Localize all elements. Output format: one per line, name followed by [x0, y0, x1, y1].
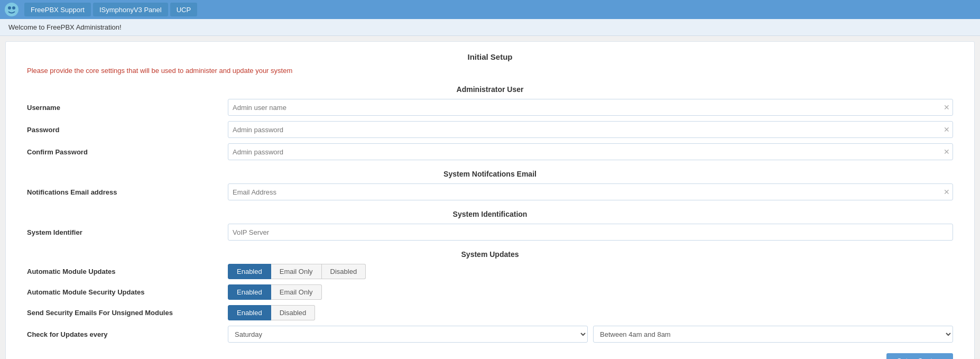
auto-module-updates-label: Automatic Module Updates [27, 268, 228, 275]
welcome-bar: Welcome to FreePBX Administration! [0, 19, 980, 36]
page-title: Initial Setup [27, 52, 953, 61]
system-identifier-input[interactable] [228, 224, 953, 241]
auto-module-updates-disabled-btn[interactable]: Disabled [322, 264, 366, 279]
system-identifier-input-wrap [228, 224, 953, 241]
password-row: Password ✕ [27, 121, 953, 138]
email-address-clear-btn[interactable]: ✕ [944, 188, 950, 196]
auto-module-updates-row: Automatic Module Updates Enabled Email O… [27, 264, 953, 279]
welcome-text: Welcome to FreePBX Administration! [8, 23, 122, 31]
svg-point-2 [12, 6, 15, 10]
notifications-email-section-header: System Notifcations Email [27, 170, 953, 178]
top-navigation: FreePBX Support ISymphonyV3 Panel UCP [0, 0, 980, 19]
auto-module-updates-email-btn[interactable]: Email Only [271, 264, 322, 279]
setup-system-button[interactable]: Setup System [886, 353, 953, 359]
send-security-emails-disabled-btn[interactable]: Disabled [271, 305, 316, 320]
main-form-container: Initial Setup Please provide the core se… [5, 41, 975, 359]
check-updates-selects: Saturday Sunday Monday Tuesday Wednesday… [228, 326, 953, 343]
check-updates-time-select[interactable]: Between 4am and 8am Between 8am and 12pm… [593, 326, 953, 343]
auto-security-updates-row: Automatic Module Security Updates Enable… [27, 284, 953, 300]
auto-module-updates-enabled-btn[interactable]: Enabled [228, 264, 271, 279]
freepbx-support-btn[interactable]: FreePBX Support [24, 3, 91, 16]
auto-security-updates-label: Automatic Module Security Updates [27, 288, 228, 296]
isymphony-panel-btn[interactable]: ISymphonyV3 Panel [93, 3, 168, 16]
footer-row: Setup System [27, 353, 953, 359]
check-updates-row: Check for Updates every Saturday Sunday … [27, 326, 953, 343]
system-identifier-label: System Identifier [27, 228, 228, 236]
check-updates-label: Check for Updates every [27, 330, 228, 338]
password-input-wrap: ✕ [228, 121, 953, 138]
send-security-emails-row: Send Security Emails For Unsigned Module… [27, 305, 953, 320]
svg-point-0 [5, 3, 19, 16]
password-clear-btn[interactable]: ✕ [944, 126, 950, 133]
username-label: Username [27, 104, 228, 112]
email-address-row: Notifications Email address ✕ [27, 183, 953, 200]
confirm-password-label: Confirm Password [27, 148, 228, 156]
confirm-password-input[interactable] [228, 143, 953, 160]
auto-security-updates-btn-group: Enabled Email Only [228, 284, 322, 300]
admin-user-section-header: Administrator User [27, 85, 953, 94]
system-updates-section-header: System Updates [27, 250, 953, 259]
ucp-btn[interactable]: UCP [170, 3, 197, 16]
auto-security-updates-email-btn[interactable]: Email Only [271, 284, 322, 300]
system-identification-section-header: System Identification [27, 210, 953, 218]
send-security-emails-btn-group: Enabled Disabled [228, 305, 315, 320]
auto-module-updates-btn-group: Enabled Email Only Disabled [228, 264, 366, 279]
check-updates-day-select[interactable]: Saturday Sunday Monday Tuesday Wednesday… [228, 326, 588, 343]
system-identifier-row: System Identifier [27, 224, 953, 241]
password-label: Password [27, 126, 228, 134]
confirm-password-row: Confirm Password ✕ [27, 143, 953, 160]
email-address-label: Notifications Email address [27, 188, 228, 196]
send-security-emails-label: Send Security Emails For Unsigned Module… [27, 309, 228, 317]
auto-security-updates-enabled-btn[interactable]: Enabled [228, 284, 271, 300]
username-input-wrap: ✕ [228, 99, 953, 116]
confirm-password-clear-btn[interactable]: ✕ [944, 148, 950, 155]
username-input[interactable] [228, 99, 953, 116]
username-clear-btn[interactable]: ✕ [944, 104, 950, 111]
email-address-input-wrap: ✕ [228, 183, 953, 200]
username-row: Username ✕ [27, 99, 953, 116]
svg-point-1 [8, 6, 11, 10]
confirm-password-input-wrap: ✕ [228, 143, 953, 160]
email-address-input[interactable] [228, 183, 953, 200]
freepbx-logo [4, 2, 19, 17]
page-subtitle: Please provide the core settings that wi… [27, 67, 953, 75]
password-input[interactable] [228, 121, 953, 138]
send-security-emails-enabled-btn[interactable]: Enabled [228, 305, 271, 320]
